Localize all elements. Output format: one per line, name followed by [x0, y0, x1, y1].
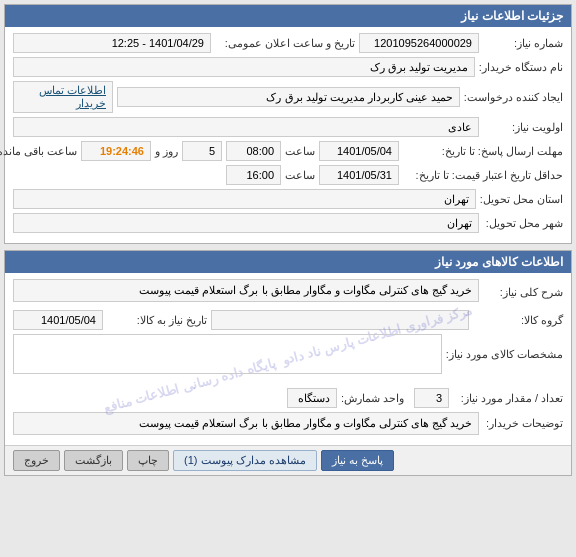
print-button[interactable]: چاپ	[127, 450, 169, 471]
supplier-notes-label: توضیحات خریدار:	[483, 417, 563, 430]
remaining-suffix: ساعت باقی مانده	[0, 145, 77, 158]
specs-area: مشخصات کالای مورد نیاز: مرکز فراوری اطلا…	[13, 334, 563, 384]
date-label: تاریخ و ساعت اعلان عمومی:	[215, 37, 355, 50]
send-deadline-row: مهلت ارسال پاسخ: تا تاریخ: 1401/05/04 سا…	[13, 141, 563, 161]
city-value: تهران	[13, 213, 479, 233]
priority-row: اولویت نیاز: عادی	[13, 117, 563, 137]
details-header: جزئیات اطلاعات نیاز	[5, 5, 571, 27]
specs-row: مشخصات کالای مورد نیاز:	[13, 334, 563, 374]
goods-section: اطلاعات کالاهای مورد نیاز شرح کلی نیاز: …	[4, 250, 572, 476]
goods-group-label: گروه کالا:	[473, 314, 563, 327]
province-row: استان محل تحویل: تهران	[13, 189, 563, 209]
supplier-notes-value: خرید گیج های کنترلی مگاوات و مگاوار مطاب…	[13, 412, 479, 435]
request-origin-label: ایجاد کننده درخواست:	[464, 91, 563, 104]
contact-info-link[interactable]: اطلاعات تماس خریدار	[13, 81, 113, 113]
specs-label: مشخصات کالای مورد نیاز:	[446, 348, 563, 361]
qty-label: تعداد / مقدار مورد نیاز:	[453, 392, 563, 405]
order-number-value: 1201095264000029	[359, 33, 479, 53]
request-origin-row: ایجاد کننده درخواست: حمید عینی کاربردار …	[13, 81, 563, 113]
reply-button[interactable]: پاسخ به نیاز	[321, 450, 394, 471]
goods-header: اطلاعات کالاهای مورد نیاز	[5, 251, 571, 273]
goods-desc-value: خرید گیج های کنترلی مگاوات و مگاوار مطاب…	[13, 279, 479, 302]
send-deadline-label: مهلت ارسال پاسخ: تا تاریخ:	[403, 145, 563, 158]
city-row: شهر محل تحویل: تهران	[13, 213, 563, 233]
action-deadline-row: حداقل تاریخ اعتبار قیمت: تا تاریخ: 1401/…	[13, 165, 563, 185]
send-from-time: 08:00	[226, 141, 281, 161]
goods-group-value	[211, 310, 469, 330]
date-value: 1401/04/29 - 12:25	[13, 33, 211, 53]
province-label: استان محل تحویل:	[480, 193, 563, 206]
action-date: 1401/05/31	[319, 165, 399, 185]
order-number-row: شماره نیاز: 1201095264000029 تاریخ و ساع…	[13, 33, 563, 53]
action-time-label: ساعت	[285, 169, 315, 182]
order-number-label: شماره نیاز:	[483, 37, 563, 50]
goods-date-group-row: گروه کالا: تاریخ نیاز به کالا: 1401/05/0…	[13, 310, 563, 330]
remaining-days: 5	[182, 141, 222, 161]
unit-value: دستگاه	[287, 388, 337, 408]
buyer-value: مدیریت تولید برق رک	[13, 57, 475, 77]
remaining-time: 19:24:46	[81, 141, 151, 161]
buyer-row: نام دستگاه خریدار: مدیریت تولید برق رک	[13, 57, 563, 77]
details-content: شماره نیاز: 1201095264000029 تاریخ و ساع…	[5, 27, 571, 243]
priority-value: عادی	[13, 117, 479, 137]
main-container: جزئیات اطلاعات نیاز شماره نیاز: 12010952…	[0, 0, 576, 486]
request-origin-value: حمید عینی کاربردار مدیریت تولید برق رک	[117, 87, 460, 107]
send-time-label: ساعت	[285, 145, 315, 158]
supplier-notes-row: توضیحات خریدار: خرید گیج های کنترلی مگاو…	[13, 412, 563, 435]
priority-label: اولویت نیاز:	[483, 121, 563, 134]
specs-value	[13, 334, 442, 374]
goods-date-label: تاریخ نیاز به کالا:	[107, 314, 207, 327]
goods-date-value: 1401/05/04	[13, 310, 103, 330]
action-deadline-label: حداقل تاریخ اعتبار قیمت: تا تاریخ:	[403, 169, 563, 182]
buttons-row: پاسخ به نیاز مشاهده مدارک پیوست (1) چاپ …	[5, 445, 571, 475]
view-docs-button[interactable]: مشاهده مدارک پیوست (1)	[173, 450, 317, 471]
goods-content: شرح کلی نیاز: خرید گیج های کنترلی مگاوات…	[5, 273, 571, 445]
qty-value: 3	[414, 388, 449, 408]
back-button[interactable]: بازگشت	[64, 450, 123, 471]
city-label: شهر محل تحویل:	[483, 217, 563, 230]
province-value: تهران	[13, 189, 476, 209]
details-section: جزئیات اطلاعات نیاز شماره نیاز: 12010952…	[4, 4, 572, 244]
buyer-label: نام دستگاه خریدار:	[479, 61, 563, 74]
action-time: 16:00	[226, 165, 281, 185]
exit-button[interactable]: خروج	[13, 450, 60, 471]
qty-row: تعداد / مقدار مورد نیاز: 3 واحد شمارش: د…	[13, 388, 563, 408]
remaining-label: روز و	[155, 145, 178, 158]
goods-desc-label: شرح کلی نیاز:	[483, 286, 563, 299]
send-from-date: 1401/05/04	[319, 141, 399, 161]
goods-desc-row: شرح کلی نیاز: خرید گیج های کنترلی مگاوات…	[13, 279, 563, 306]
unit-label: واحد شمارش:	[341, 392, 404, 405]
